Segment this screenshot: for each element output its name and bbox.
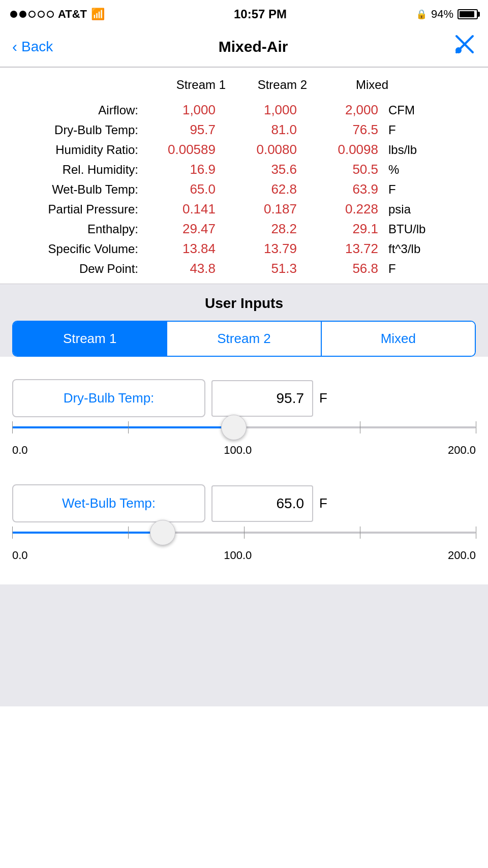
row-unit-drybulb: F: [388, 123, 449, 137]
table-row: Humidity Ratio: 0.00589 0.0080 0.0098 lb…: [12, 140, 476, 160]
dry-bulb-label-button[interactable]: Dry-Bulb Temp:: [12, 379, 205, 417]
row-mixed-drybulb: 76.5: [307, 122, 388, 138]
wet-bulb-label-button[interactable]: Wet-Bulb Temp:: [12, 484, 205, 522]
svg-point-2: [455, 47, 462, 53]
row-label-drybulb: Dry-Bulb Temp:: [12, 123, 144, 137]
carrier-label: AT&T: [58, 8, 87, 21]
dry-bulb-input-row: Dry-Bulb Temp: 95.7 F: [12, 369, 476, 421]
wet-bulb-input-row: Wet-Bulb Temp: 65.0 F: [12, 469, 476, 526]
table-row: Dry-Bulb Temp: 95.7 81.0 76.5 F: [12, 120, 476, 140]
wet-bulb-slider-min: 0.0: [12, 549, 28, 562]
wrench-icon[interactable]: [453, 33, 476, 60]
row-label-airflow: Airflow:: [12, 103, 144, 117]
status-bar: AT&T 📶 10:57 PM 🔒 94%: [0, 0, 488, 26]
row-mixed-humidity: 0.0098: [307, 142, 388, 158]
back-label: Back: [21, 39, 53, 55]
user-inputs-section: User Inputs Stream 1 Stream 2 Mixed: [0, 284, 488, 357]
col-stream1: Stream 1: [144, 78, 226, 92]
wet-bulb-slider-max: 200.0: [448, 549, 476, 562]
row-label-partialpressure: Partial Pressure:: [12, 202, 144, 216]
row-s2-specificvolume: 13.79: [226, 241, 307, 257]
dry-bulb-slider-container: 0.0 100.0 200.0: [12, 426, 476, 457]
table-row: Partial Pressure: 0.141 0.187 0.228 psia: [12, 199, 476, 219]
stream-tabs: Stream 1 Stream 2 Mixed: [12, 321, 476, 357]
row-unit-relhumidity: %: [388, 163, 449, 177]
row-unit-specificvolume: ft^3/lb: [388, 242, 449, 256]
input-section: Dry-Bulb Temp: 95.7 F 0.0 100.0 200.0: [0, 369, 488, 584]
row-s2-humidity: 0.0080: [226, 142, 307, 158]
row-unit-humidity: lbs/lb: [388, 143, 449, 157]
row-s2-enthalpy: 28.2: [226, 221, 307, 237]
row-unit-dewpoint: F: [388, 262, 449, 276]
row-s1-specificvolume: 13.84: [144, 241, 226, 257]
data-table: Stream 1 Stream 2 Mixed Airflow: 1,000 1…: [0, 68, 488, 284]
battery-fill: [460, 11, 474, 17]
row-s1-dewpoint: 43.8: [144, 261, 226, 276]
row-unit-enthalpy: BTU/lb: [388, 222, 449, 236]
col-mixed: Mixed: [307, 78, 388, 92]
table-row: Dew Point: 43.8 51.3 56.8 F: [12, 259, 476, 278]
battery-icon: [458, 9, 478, 19]
row-s1-enthalpy: 29.47: [144, 221, 226, 237]
status-left: AT&T 📶: [10, 8, 105, 21]
dry-bulb-slider-mid: 100.0: [224, 444, 252, 457]
status-right: 🔒 94%: [416, 8, 478, 21]
row-mixed-partialpressure: 0.228: [307, 201, 388, 217]
row-label-dewpoint: Dew Point:: [12, 262, 144, 276]
col-stream2: Stream 2: [226, 78, 307, 92]
signal-dot-1: [10, 11, 17, 18]
wet-bulb-slider-mid: 100.0: [224, 549, 252, 562]
dry-bulb-unit: F: [319, 390, 327, 406]
row-s1-drybulb: 95.7: [144, 122, 226, 138]
col-empty: [12, 78, 144, 92]
tab-stream2[interactable]: Stream 2: [167, 322, 321, 356]
row-s2-dewpoint: 51.3: [226, 261, 307, 276]
row-unit-wetbulb: F: [388, 182, 449, 197]
signal-dot-2: [19, 11, 26, 18]
dry-bulb-slider-labels: 0.0 100.0 200.0: [12, 444, 476, 457]
row-mixed-dewpoint: 56.8: [307, 261, 388, 276]
row-mixed-specificvolume: 13.72: [307, 241, 388, 257]
dry-bulb-value[interactable]: 95.7: [211, 380, 313, 417]
row-s1-relhumidity: 16.9: [144, 162, 226, 177]
dry-bulb-slider-thumb[interactable]: [221, 415, 247, 440]
back-chevron-icon: ‹: [12, 38, 17, 55]
row-s2-relhumidity: 35.6: [226, 162, 307, 177]
row-unit-airflow: CFM: [388, 103, 449, 117]
signal-dot-4: [38, 11, 45, 18]
dry-bulb-slider-min: 0.0: [12, 444, 28, 457]
tab-mixed[interactable]: Mixed: [322, 322, 475, 356]
row-label-humidity: Humidity Ratio:: [12, 143, 144, 157]
bottom-area: [0, 584, 488, 706]
signal-dot-3: [28, 11, 36, 18]
row-label-wetbulb: Wet-Bulb Temp:: [12, 182, 144, 197]
row-s1-humidity: 0.00589: [144, 142, 226, 158]
wet-bulb-unit: F: [319, 495, 327, 511]
tab-stream1[interactable]: Stream 1: [13, 322, 167, 356]
dry-bulb-slider-max: 200.0: [448, 444, 476, 457]
row-s2-drybulb: 81.0: [226, 122, 307, 138]
table-row: Specific Volume: 13.84 13.79 13.72 ft^3/…: [12, 239, 476, 259]
wet-bulb-value[interactable]: 65.0: [211, 485, 313, 522]
row-s2-wetbulb: 62.8: [226, 181, 307, 197]
wifi-icon: 📶: [91, 8, 105, 21]
back-button[interactable]: ‹ Back: [12, 38, 53, 55]
table-row: Enthalpy: 29.47 28.2 29.1 BTU/lb: [12, 219, 476, 239]
page-title: Mixed-Air: [219, 38, 288, 55]
wet-bulb-slider-labels: 0.0 100.0 200.0: [12, 549, 476, 562]
row-mixed-airflow: 2,000: [307, 102, 388, 118]
wet-bulb-slider-thumb[interactable]: [150, 520, 175, 545]
row-label-relhumidity: Rel. Humidity:: [12, 163, 144, 177]
user-inputs-title: User Inputs: [0, 284, 488, 321]
row-s2-airflow: 1,000: [226, 102, 307, 118]
nav-bar: ‹ Back Mixed-Air: [0, 26, 488, 67]
col-unit: [388, 78, 449, 92]
lock-icon: 🔒: [416, 9, 427, 20]
signal-strength: [10, 11, 54, 18]
signal-dot-5: [47, 11, 54, 18]
row-mixed-relhumidity: 50.5: [307, 162, 388, 177]
row-s1-airflow: 1,000: [144, 102, 226, 118]
row-s2-partialpressure: 0.187: [226, 201, 307, 217]
row-label-enthalpy: Enthalpy:: [12, 222, 144, 236]
row-s1-wetbulb: 65.0: [144, 181, 226, 197]
